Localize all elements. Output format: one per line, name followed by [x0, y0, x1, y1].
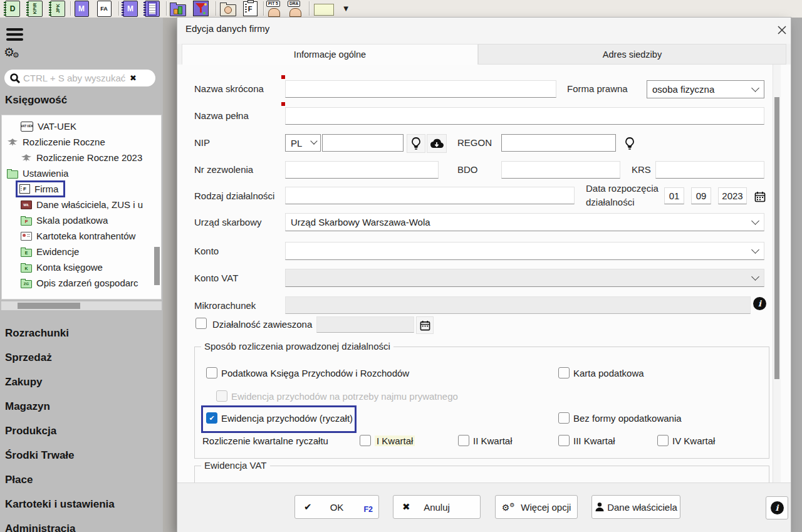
dzialalnosc-zawieszona-label: Działalność zawieszona: [212, 319, 312, 330]
close-icon[interactable]: [774, 23, 789, 38]
toolbar-notebook-m-button[interactable]: M: [122, 1, 139, 16]
nip-lookup-button[interactable]: [407, 134, 425, 153]
q1-checkbox[interactable]: [360, 435, 371, 446]
search-clear-icon[interactable]: ✖: [130, 73, 137, 83]
search-input[interactable]: CTRL + S aby wyszukać ✖: [4, 70, 155, 86]
date-day-input[interactable]: 01: [664, 187, 684, 204]
sidebar-item-opis-zdarzen[interactable]: ZG Opis zdarzeń gospodarc: [2, 275, 161, 291]
krs-label: KRS: [632, 164, 651, 175]
toolbar-clipboard-f-button[interactable]: F: [241, 1, 259, 16]
q4-checkbox[interactable]: [657, 435, 669, 446]
hamburger-menu-button[interactable]: [6, 28, 23, 41]
kpir-checkbox[interactable]: [206, 367, 217, 378]
records-folder-icon: E: [21, 249, 32, 257]
nip-gus-download-button[interactable]: [427, 134, 447, 153]
sidebar-item-konta-ksiegowe[interactable]: K Konta księgowe: [2, 259, 161, 275]
settings-gears-button[interactable]: ⚙ ⚙: [4, 45, 25, 64]
sidebar-section-ksiegowosc[interactable]: Księgowość: [5, 94, 67, 107]
dzialalnosc-zawieszona-checkbox[interactable]: [195, 318, 207, 329]
tab-adres-siedziby[interactable]: Adres siedziby: [478, 44, 786, 65]
nip-input[interactable]: [322, 134, 404, 152]
toolbar-notebook-receipt-button[interactable]: [143, 1, 161, 16]
toolbar-document-m-button[interactable]: M: [73, 1, 90, 16]
sidebar-section-sprzedaz[interactable]: Sprzedaż: [5, 345, 115, 370]
forma-prawna-select[interactable]: osoba fizyczna: [647, 80, 764, 98]
toolbar-dra-button[interactable]: DRA: [286, 1, 304, 16]
toolbar-notebook-kpir-button[interactable]: KPiR: [26, 1, 44, 16]
mikrorachunek-input[interactable]: [285, 296, 751, 314]
toolbar-filter-button[interactable]: [192, 1, 209, 16]
sidebar-section-srodki-trwale[interactable]: Środki Trwałe: [5, 443, 115, 467]
sidebar-item-vat-uek[interactable]: VAT UEK VAT-UEK: [2, 118, 161, 134]
sidebar-section-rozrachunki[interactable]: Rozrachunki: [5, 321, 115, 345]
sidebar-item-ustawienia[interactable]: Ustawienia: [2, 165, 161, 181]
regon-input[interactable]: [501, 134, 616, 152]
urzad-skarbowy-select[interactable]: Urząd Skarbowy Warszawa-Wola: [285, 213, 764, 231]
sidebar-section-administracja[interactable]: Administracja: [5, 516, 115, 532]
najem-prywatny-checkbox[interactable]: [216, 390, 227, 402]
background-strip: [791, 18, 802, 532]
gears-icon: ⚙⚙: [502, 502, 515, 513]
mikrorachunek-label: Mikrorachunek: [194, 300, 256, 311]
help-info-button[interactable]: i: [766, 496, 788, 519]
sidebar-item-rozliczenie-roczne[interactable]: Rozliczenie Roczne: [2, 134, 161, 150]
sidebar-section-kartoteki[interactable]: Kartoteki i ustawienia: [5, 492, 115, 516]
sidebar-section-produkcja[interactable]: Produkcja: [5, 419, 115, 443]
ok-button[interactable]: ✔ OK F2: [294, 495, 379, 519]
cancel-button[interactable]: ✖ Anuluj: [393, 495, 481, 519]
sidebar-section-magazyn[interactable]: Magazyn: [5, 394, 115, 419]
q3-checkbox[interactable]: [558, 435, 570, 446]
nazwa-pelna-input[interactable]: [285, 107, 764, 125]
sidebar-item-rozliczenie-roczne-2023[interactable]: Rozliczenie Roczne 2023: [2, 150, 161, 165]
sidebar-item-ewidencje[interactable]: E Ewidencje: [2, 244, 161, 259]
tree-horizontal-scrollbar-thumb[interactable]: [18, 303, 80, 309]
date-calendar-button[interactable]: [752, 187, 768, 206]
karta-podatkowa-checkbox[interactable]: [558, 367, 570, 378]
sidebar-section-zakupy[interactable]: Zakupy: [5, 370, 115, 394]
toolbar-folder-chart-button[interactable]: [169, 1, 187, 16]
toolbar-notebook-jpk-button[interactable]: JPK: [49, 1, 66, 16]
notebook-kpir-icon: KPiR: [28, 1, 43, 17]
toolbar-folder-person-button[interactable]: [219, 1, 237, 16]
cloud-download-icon: [430, 138, 444, 149]
top-toolbar: D KPiR JPK M FA M F PIT 5 DRA: [0, 0, 802, 18]
firma-icon: F: [19, 184, 30, 194]
sidebar-section-place[interactable]: Płace: [5, 467, 115, 492]
accounts-folder-icon: K: [21, 264, 32, 273]
q2-checkbox[interactable]: [458, 435, 469, 446]
toolbar-pit5-button[interactable]: PIT 5: [265, 1, 283, 16]
sidebar-item-kartoteka-kontrahentow[interactable]: Kartoteka kontrahentów: [2, 228, 161, 244]
mikrorachunek-info-icon[interactable]: i: [753, 297, 766, 310]
zawieszona-date-input[interactable]: [316, 316, 414, 333]
toolbar-document-fa-button[interactable]: FA: [95, 1, 113, 16]
eagle-icon: [7, 138, 18, 147]
sidebar-item-skala-podatkowa[interactable]: P Skala podatkowa: [2, 212, 161, 228]
tab-informacje-ogolne[interactable]: Informacje ogólne: [182, 44, 478, 65]
krs-input[interactable]: [655, 161, 764, 179]
nr-zezwolenia-input[interactable]: [285, 161, 439, 179]
dialog-scrollbar-thumb[interactable]: [774, 97, 779, 379]
regon-lookup-button[interactable]: [620, 134, 639, 153]
sidebar-item-firma[interactable]: F Firma: [2, 181, 161, 197]
nip-country-select[interactable]: PL: [285, 134, 321, 152]
tree-vertical-scrollbar[interactable]: [154, 247, 160, 285]
konto-select[interactable]: [285, 242, 764, 260]
toolbar-more-dropdown[interactable]: ▼: [340, 1, 352, 16]
more-options-button[interactable]: ⚙⚙ Więcej opcji: [495, 495, 578, 519]
tree-horizontal-scrollbar[interactable]: [1, 301, 162, 310]
ryczalt-checkbox[interactable]: [206, 412, 217, 424]
nazwa-skrocona-input[interactable]: [285, 80, 556, 98]
toolbar-note-button[interactable]: [313, 1, 335, 16]
toolbar-notebook-d-button[interactable]: D: [4, 1, 21, 16]
bdo-input[interactable]: [501, 161, 620, 179]
date-year-input[interactable]: 2023: [718, 187, 747, 204]
owner-data-button[interactable]: Dane właściciela: [591, 495, 680, 519]
date-month-input[interactable]: 09: [691, 187, 711, 204]
zawieszona-calendar-button[interactable]: [416, 316, 434, 334]
rodzaj-dzialalnosci-input[interactable]: [285, 187, 575, 204]
konto-vat-select[interactable]: [285, 269, 764, 287]
dialog-scrollbar[interactable]: [773, 65, 781, 482]
bez-formy-checkbox[interactable]: [558, 412, 570, 424]
konto-label: Konto: [194, 246, 219, 256]
sidebar-item-dane-wlasciciela[interactable]: WŁ Dane właściciela, ZUS i u: [2, 197, 161, 212]
